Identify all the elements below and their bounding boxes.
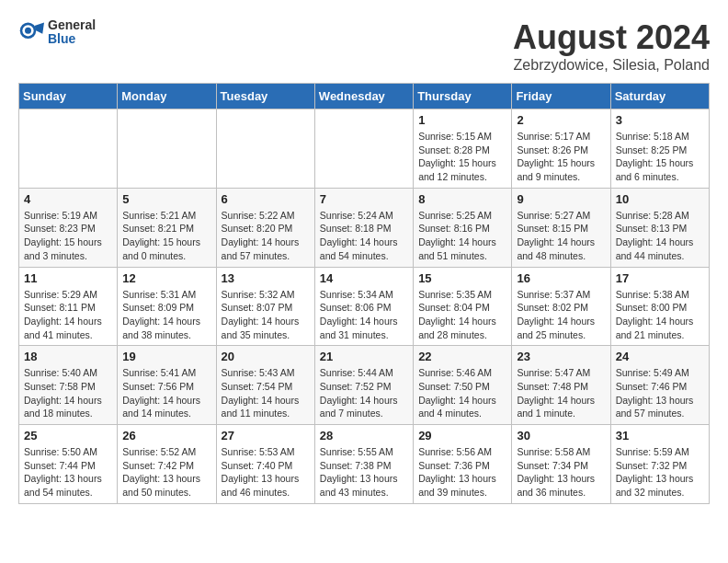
calendar-cell bbox=[216, 109, 314, 189]
day-detail: Sunrise: 5:25 AM Sunset: 8:16 PM Dayligh… bbox=[418, 209, 506, 263]
day-detail: Sunrise: 5:56 AM Sunset: 7:36 PM Dayligh… bbox=[418, 445, 506, 500]
calendar-cell: 21Sunrise: 5:44 AM Sunset: 7:52 PM Dayli… bbox=[314, 346, 413, 425]
day-number: 20 bbox=[222, 350, 310, 363]
day-detail: Sunrise: 5:53 AM Sunset: 7:40 PM Dayligh… bbox=[222, 445, 310, 500]
day-detail: Sunrise: 5:41 AM Sunset: 7:56 PM Dayligh… bbox=[122, 366, 210, 420]
calendar-cell: 30Sunrise: 5:58 AM Sunset: 7:34 PM Dayli… bbox=[512, 425, 610, 504]
day-number: 12 bbox=[122, 271, 210, 285]
calendar-cell: 6Sunrise: 5:22 AM Sunset: 8:20 PM Daylig… bbox=[216, 188, 314, 267]
location: Zebrzydowice, Silesia, Poland bbox=[513, 57, 710, 74]
calendar-cell: 10Sunrise: 5:28 AM Sunset: 8:13 PM Dayli… bbox=[610, 188, 709, 267]
day-detail: Sunrise: 5:28 AM Sunset: 8:13 PM Dayligh… bbox=[616, 209, 704, 263]
logo-blue-text: Blue bbox=[48, 32, 96, 46]
calendar-cell: 25Sunrise: 5:50 AM Sunset: 7:44 PM Dayli… bbox=[19, 425, 118, 504]
day-number: 27 bbox=[222, 429, 310, 442]
day-number: 19 bbox=[122, 350, 210, 363]
calendar-cell: 15Sunrise: 5:35 AM Sunset: 8:04 PM Dayli… bbox=[414, 267, 512, 346]
calendar-cell: 3Sunrise: 5:18 AM Sunset: 8:25 PM Daylig… bbox=[610, 109, 709, 189]
day-header-monday: Monday bbox=[118, 84, 216, 109]
logo-general-text: General bbox=[48, 18, 96, 32]
day-number: 6 bbox=[222, 192, 310, 206]
svg-point-2 bbox=[25, 28, 31, 34]
calendar-cell: 5Sunrise: 5:21 AM Sunset: 8:21 PM Daylig… bbox=[118, 188, 216, 267]
day-detail: Sunrise: 5:43 AM Sunset: 7:54 PM Dayligh… bbox=[222, 366, 310, 420]
day-number: 4 bbox=[24, 192, 112, 206]
day-number: 31 bbox=[616, 429, 704, 442]
day-number: 18 bbox=[24, 350, 112, 363]
day-number: 29 bbox=[418, 429, 506, 442]
day-header-friday: Friday bbox=[512, 84, 610, 109]
day-detail: Sunrise: 5:55 AM Sunset: 7:38 PM Dayligh… bbox=[320, 445, 408, 500]
calendar-cell: 29Sunrise: 5:56 AM Sunset: 7:36 PM Dayli… bbox=[414, 425, 512, 504]
title-block: August 2024 Zebrzydowice, Silesia, Polan… bbox=[513, 18, 710, 74]
day-number: 21 bbox=[320, 350, 408, 363]
day-number: 24 bbox=[616, 350, 704, 363]
day-detail: Sunrise: 5:44 AM Sunset: 7:52 PM Dayligh… bbox=[320, 366, 408, 420]
day-number: 17 bbox=[616, 271, 704, 285]
day-detail: Sunrise: 5:29 AM Sunset: 8:11 PM Dayligh… bbox=[24, 288, 112, 342]
week-row: 1Sunrise: 5:15 AM Sunset: 8:28 PM Daylig… bbox=[19, 109, 710, 189]
day-detail: Sunrise: 5:46 AM Sunset: 7:50 PM Dayligh… bbox=[418, 366, 506, 420]
calendar-cell bbox=[118, 109, 216, 189]
calendar-cell: 2Sunrise: 5:17 AM Sunset: 8:26 PM Daylig… bbox=[512, 109, 610, 189]
calendar-cell bbox=[314, 109, 413, 189]
calendar-cell: 7Sunrise: 5:24 AM Sunset: 8:18 PM Daylig… bbox=[314, 188, 413, 267]
day-detail: Sunrise: 5:17 AM Sunset: 8:26 PM Dayligh… bbox=[517, 130, 605, 184]
month-year: August 2024 bbox=[513, 18, 710, 57]
day-detail: Sunrise: 5:50 AM Sunset: 7:44 PM Dayligh… bbox=[24, 445, 112, 500]
day-detail: Sunrise: 5:32 AM Sunset: 8:07 PM Dayligh… bbox=[222, 288, 310, 342]
calendar-table: SundayMondayTuesdayWednesdayThursdayFrid… bbox=[18, 83, 710, 504]
logo-icon bbox=[18, 19, 44, 45]
day-number: 13 bbox=[222, 271, 310, 285]
day-detail: Sunrise: 5:59 AM Sunset: 7:32 PM Dayligh… bbox=[616, 445, 704, 500]
day-detail: Sunrise: 5:58 AM Sunset: 7:34 PM Dayligh… bbox=[517, 445, 605, 500]
day-header-sunday: Sunday bbox=[19, 84, 118, 109]
logo-text: General Blue bbox=[48, 18, 96, 47]
calendar-cell: 19Sunrise: 5:41 AM Sunset: 7:56 PM Dayli… bbox=[118, 346, 216, 425]
week-row: 18Sunrise: 5:40 AM Sunset: 7:58 PM Dayli… bbox=[19, 346, 710, 425]
day-detail: Sunrise: 5:37 AM Sunset: 8:02 PM Dayligh… bbox=[517, 288, 605, 342]
day-detail: Sunrise: 5:15 AM Sunset: 8:28 PM Dayligh… bbox=[418, 130, 506, 184]
calendar-cell: 26Sunrise: 5:52 AM Sunset: 7:42 PM Dayli… bbox=[118, 425, 216, 504]
day-detail: Sunrise: 5:49 AM Sunset: 7:46 PM Dayligh… bbox=[616, 366, 704, 420]
calendar-cell: 22Sunrise: 5:46 AM Sunset: 7:50 PM Dayli… bbox=[414, 346, 512, 425]
day-number: 7 bbox=[320, 192, 408, 206]
day-detail: Sunrise: 5:31 AM Sunset: 8:09 PM Dayligh… bbox=[122, 288, 210, 342]
day-number: 3 bbox=[616, 113, 704, 127]
calendar-cell: 12Sunrise: 5:31 AM Sunset: 8:09 PM Dayli… bbox=[118, 267, 216, 346]
calendar-cell: 31Sunrise: 5:59 AM Sunset: 7:32 PM Dayli… bbox=[610, 425, 709, 504]
day-number: 16 bbox=[517, 271, 605, 285]
week-row: 4Sunrise: 5:19 AM Sunset: 8:23 PM Daylig… bbox=[19, 188, 710, 267]
calendar-cell: 8Sunrise: 5:25 AM Sunset: 8:16 PM Daylig… bbox=[414, 188, 512, 267]
day-detail: Sunrise: 5:35 AM Sunset: 8:04 PM Dayligh… bbox=[418, 288, 506, 342]
calendar-cell: 13Sunrise: 5:32 AM Sunset: 8:07 PM Dayli… bbox=[216, 267, 314, 346]
day-number: 9 bbox=[517, 192, 605, 206]
day-detail: Sunrise: 5:18 AM Sunset: 8:25 PM Dayligh… bbox=[616, 130, 704, 184]
calendar-cell bbox=[19, 109, 118, 189]
day-number: 23 bbox=[517, 350, 605, 363]
logo: General Blue bbox=[18, 18, 96, 47]
day-detail: Sunrise: 5:21 AM Sunset: 8:21 PM Dayligh… bbox=[122, 209, 210, 263]
calendar-cell: 17Sunrise: 5:38 AM Sunset: 8:00 PM Dayli… bbox=[610, 267, 709, 346]
day-number: 8 bbox=[418, 192, 506, 206]
calendar-cell: 20Sunrise: 5:43 AM Sunset: 7:54 PM Dayli… bbox=[216, 346, 314, 425]
calendar-cell: 27Sunrise: 5:53 AM Sunset: 7:40 PM Dayli… bbox=[216, 425, 314, 504]
day-number: 15 bbox=[418, 271, 506, 285]
day-number: 26 bbox=[122, 429, 210, 442]
day-number: 28 bbox=[320, 429, 408, 442]
calendar-cell: 16Sunrise: 5:37 AM Sunset: 8:02 PM Dayli… bbox=[512, 267, 610, 346]
header-row: SundayMondayTuesdayWednesdayThursdayFrid… bbox=[19, 84, 710, 109]
week-row: 25Sunrise: 5:50 AM Sunset: 7:44 PM Dayli… bbox=[19, 425, 710, 504]
day-detail: Sunrise: 5:34 AM Sunset: 8:06 PM Dayligh… bbox=[320, 288, 408, 342]
calendar-cell: 4Sunrise: 5:19 AM Sunset: 8:23 PM Daylig… bbox=[19, 188, 118, 267]
day-number: 1 bbox=[418, 113, 506, 127]
calendar-cell: 9Sunrise: 5:27 AM Sunset: 8:15 PM Daylig… bbox=[512, 188, 610, 267]
day-detail: Sunrise: 5:52 AM Sunset: 7:42 PM Dayligh… bbox=[122, 445, 210, 500]
day-number: 11 bbox=[24, 271, 112, 285]
day-detail: Sunrise: 5:27 AM Sunset: 8:15 PM Dayligh… bbox=[517, 209, 605, 263]
week-row: 11Sunrise: 5:29 AM Sunset: 8:11 PM Dayli… bbox=[19, 267, 710, 346]
day-detail: Sunrise: 5:38 AM Sunset: 8:00 PM Dayligh… bbox=[616, 288, 704, 342]
day-number: 30 bbox=[517, 429, 605, 442]
calendar-cell: 1Sunrise: 5:15 AM Sunset: 8:28 PM Daylig… bbox=[414, 109, 512, 189]
day-header-wednesday: Wednesday bbox=[314, 84, 413, 109]
